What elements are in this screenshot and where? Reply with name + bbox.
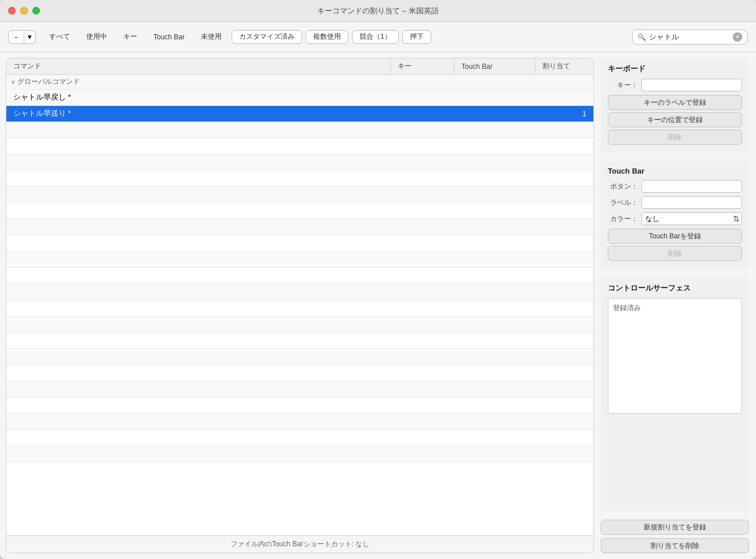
table-row[interactable] (6, 203, 593, 219)
filter-touchbar-button[interactable]: Touch Bar (147, 30, 191, 44)
table-row[interactable]: シャトル早戻し * (6, 90, 593, 106)
keyboard-section-title: キーボード (608, 64, 742, 74)
row-command-2: シャトル早送り * (6, 106, 391, 122)
filter-pressed-button[interactable]: 押下 (402, 30, 431, 44)
filter-unused-button[interactable]: 未使用 (194, 30, 228, 44)
right-panel: キーボード キー： キーのラベルで登録 キーの位置で登録 削除 Touch Ba… (594, 52, 756, 559)
key-field-row: キー： (608, 79, 742, 91)
table-row[interactable] (6, 349, 593, 365)
label-label: ラベル： (608, 198, 638, 208)
maximize-button[interactable] (32, 7, 40, 14)
color-field-row: カラー： なし 赤 青 緑 ⇅ (608, 212, 742, 225)
new-assign-button[interactable]: 新規割り当てを登録 (601, 520, 749, 535)
bottom-buttons: 新規割り当てを登録 割り当てを削除 (601, 520, 749, 553)
control-surface-box: 登録済み (608, 298, 742, 414)
table-row[interactable] (6, 155, 593, 171)
register-touchbar-button[interactable]: Touch Barを登録 (608, 229, 742, 244)
column-header-touchbar: Touch Bar (454, 58, 535, 74)
row-touchbar-1 (454, 90, 535, 105)
control-surface-title: コントロールサーフェス (608, 283, 742, 293)
touchbar-section-title: Touch Bar (608, 167, 742, 175)
touchbar-section: Touch Bar ボタン： ラベル： カラー： なし 赤 青 (601, 161, 749, 269)
table-row[interactable] (6, 138, 593, 155)
key-input[interactable] (641, 79, 742, 91)
filter-key-button[interactable]: キー (117, 30, 144, 44)
table-row[interactable] (6, 122, 593, 138)
window-title: キーコマンドの割り当て – 米国英語 (317, 6, 438, 16)
table-row[interactable] (6, 430, 593, 446)
table-row[interactable] (6, 187, 593, 203)
color-select[interactable]: なし 赤 青 緑 (641, 212, 742, 225)
search-icon: 🔍 (637, 33, 646, 41)
label-field-row: ラベル： (608, 196, 742, 209)
table-row[interactable] (6, 171, 593, 187)
close-button[interactable] (8, 7, 16, 14)
search-input[interactable] (649, 32, 730, 41)
filter-inuse-button[interactable]: 使用中 (80, 30, 113, 44)
row-assign-2: 1 (535, 106, 593, 122)
register-by-position-button[interactable]: キーの位置で登録 (608, 112, 742, 127)
control-surface-section: コントロールサーフェス 登録済み (601, 277, 749, 512)
filter-conflict-button[interactable]: 競合（1） (352, 30, 399, 44)
group-header-global[interactable]: ∨ グローバルコマンド (6, 75, 593, 90)
filter-multiple-button[interactable]: 複数使用 (306, 30, 348, 44)
command-table-panel: コマンド キー Touch Bar 割り当て ∨ グローバルコマンド シャトル早… (6, 58, 594, 553)
main-window: キーコマンドの割り当て – 米国英語 − ▾ すべて 使用中 キー Touch … (0, 0, 756, 559)
search-clear-button[interactable]: ✕ (733, 32, 742, 42)
table-row[interactable] (6, 268, 593, 284)
table-row[interactable] (6, 398, 593, 414)
table-row[interactable] (6, 333, 593, 349)
table-row[interactable] (6, 236, 593, 252)
titlebar: キーコマンドの割り当て – 米国英語 (0, 0, 756, 22)
column-header-key: キー (391, 58, 454, 74)
main-content: コマンド キー Touch Bar 割り当て ∨ グローバルコマンド シャトル早… (0, 52, 756, 559)
register-by-label-button[interactable]: キーのラベルで登録 (608, 95, 742, 110)
minimize-button[interactable] (20, 7, 28, 14)
row-key-2 (391, 106, 454, 122)
row-command-1: シャトル早戻し * (6, 90, 391, 105)
row-touchbar-2 (454, 106, 535, 122)
table-header: コマンド キー Touch Bar 割り当て (6, 58, 593, 75)
registered-label: 登録済み (613, 304, 641, 312)
footer-text: ファイル内のTouch Barショートカット: なし (230, 539, 370, 549)
delete-assign-button[interactable]: 割り当てを削除 (601, 538, 749, 553)
add-remove-controls: − ▾ (8, 30, 36, 44)
row-assign-1 (535, 90, 593, 105)
table-row[interactable] (6, 219, 593, 236)
table-body: ∨ グローバルコマンド シャトル早戻し * シャトル早送り * 1 (6, 75, 593, 535)
table-row[interactable]: シャトル早送り * 1 (6, 106, 593, 122)
minus-button[interactable]: − (8, 30, 24, 44)
table-row[interactable] (6, 414, 593, 430)
table-footer: ファイル内のTouch Barショートカット: なし (6, 535, 593, 553)
table-row[interactable] (6, 446, 593, 462)
dropdown-arrow-button[interactable]: ▾ (24, 30, 36, 44)
toolbar: − ▾ すべて 使用中 キー Touch Bar 未使用 カスタマイズ済み 複数… (0, 22, 756, 52)
touchbar-delete-button[interactable]: 削除 (608, 246, 742, 261)
table-row[interactable] (6, 365, 593, 381)
table-row[interactable] (6, 317, 593, 333)
button-label: ボタン： (608, 182, 638, 192)
table-row[interactable] (6, 300, 593, 317)
column-header-command: コマンド (6, 58, 391, 74)
key-label: キー： (608, 80, 638, 90)
button-input[interactable] (641, 180, 742, 193)
color-select-wrapper: なし 赤 青 緑 ⇅ (641, 212, 742, 225)
table-row[interactable] (6, 284, 593, 300)
button-field-row: ボタン： (608, 180, 742, 193)
column-header-assign: 割り当て (535, 58, 593, 74)
keyboard-section: キーボード キー： キーのラベルで登録 キーの位置で登録 削除 (601, 58, 749, 153)
search-box: 🔍 ✕ (632, 30, 748, 45)
filter-all-button[interactable]: すべて (43, 30, 76, 44)
filter-customized-button[interactable]: カスタマイズ済み (232, 30, 302, 44)
group-header-label: グローバルコマンド (17, 77, 80, 87)
table-row[interactable] (6, 381, 593, 398)
table-row[interactable] (6, 252, 593, 268)
keyboard-delete-button[interactable]: 削除 (608, 130, 742, 145)
group-collapse-arrow: ∨ (11, 79, 15, 85)
row-key-1 (391, 90, 454, 105)
color-label: カラー： (608, 214, 638, 224)
window-controls (8, 7, 40, 14)
chevron-down-icon: ▾ (28, 32, 32, 41)
label-input[interactable] (641, 196, 742, 209)
